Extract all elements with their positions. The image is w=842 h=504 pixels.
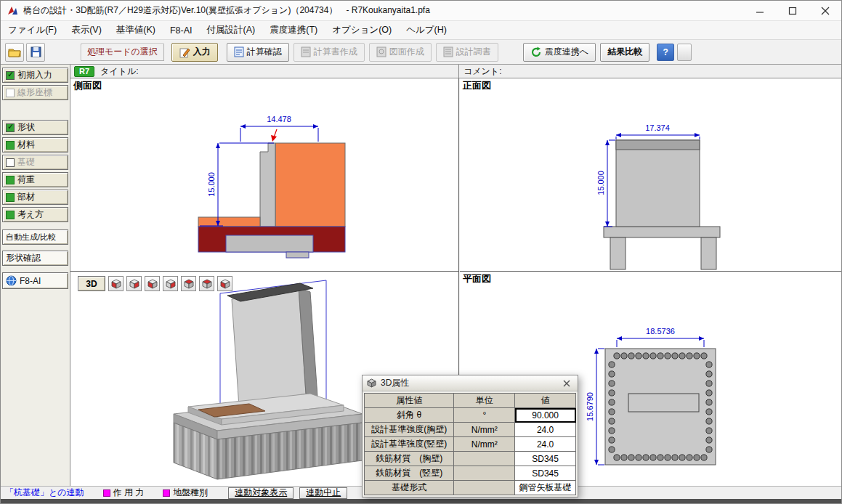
result-compare-button[interactable]: 結果比較 (600, 43, 649, 62)
auto-generate-button[interactable]: 自動生成/比較 (2, 229, 68, 245)
menu-seismic-link[interactable]: 震度連携(T) (262, 22, 325, 38)
calc-confirm-button[interactable]: 計算確認 (227, 43, 289, 62)
window-title: 橋台の設計・3D配筋(R7／H29道示対応)Ver.10(翼壁拡張オプション)（… (23, 4, 430, 17)
col-header-unit: 単位 (454, 394, 515, 408)
view-cube-button-5[interactable] (181, 276, 196, 291)
attr-unit: N/mm² (454, 437, 515, 452)
cube-icon (201, 278, 213, 290)
sidebar-item-load[interactable]: 荷重 (2, 172, 68, 187)
dialog-titlebar[interactable]: 3D属性 (363, 375, 578, 391)
sidebar-item-shape[interactable]: 形状 (2, 120, 68, 135)
close-button[interactable] (809, 1, 841, 20)
app-icon (7, 5, 18, 17)
attr-name: 斜角 θ (365, 408, 454, 423)
table-row: 斜角 θ ° 90.000 (365, 408, 576, 423)
r7-badge: R7 (74, 66, 94, 77)
attr-value-cell[interactable]: 90.000 (515, 408, 576, 423)
menu-f8ai[interactable]: F8-AI (163, 23, 200, 38)
input-mode-label: 入力 (193, 46, 211, 58)
attr-value-cell[interactable]: SD345 (515, 452, 576, 466)
side-view-drawing: 14.478 15.000 (70, 78, 459, 272)
calc-doc-icon (234, 46, 244, 57)
titlebar: 橋台の設計・3D配筋(R7／H29道示対応)Ver.10(翼壁拡張オプション)（… (1, 1, 841, 21)
menu-view[interactable]: 表示(V) (64, 22, 109, 38)
view-cube-button-7[interactable] (217, 276, 232, 291)
table-row: 鉄筋材質 (胸壁) SD345 (365, 452, 576, 466)
checkbox-done-icon (6, 176, 15, 184)
menu-attached-design[interactable]: 付属設計(A) (200, 22, 263, 38)
side-view-panel: 側面図 14.478 15.000 (70, 78, 459, 272)
cube-icon (183, 278, 195, 290)
sidebar-item-initial-input[interactable]: 初期入力 (2, 68, 68, 83)
window-bottom-edge (1, 499, 841, 503)
menu-options[interactable]: オプション(O) (325, 22, 399, 38)
calc-report-label: 計算書作成 (314, 46, 357, 58)
cube-icon (165, 278, 177, 290)
checkbox-checked-icon (6, 123, 15, 132)
view-cube-button-3[interactable] (145, 276, 160, 291)
drawing-icon (376, 46, 386, 57)
attr-unit: N/mm² (454, 423, 515, 437)
extra-tool-button[interactable] (677, 44, 692, 61)
magenta-square-icon (163, 489, 170, 497)
view-cube-button-1[interactable] (108, 276, 124, 291)
menu-file[interactable]: ファイル(F) (1, 22, 64, 38)
ground-type-legend: 地盤種別 (163, 487, 208, 499)
view-3d-button[interactable]: 3D (78, 276, 105, 291)
attr-value-cell[interactable]: 24.0 (515, 423, 576, 437)
col-header-value: 値 (515, 394, 576, 408)
menu-help[interactable]: ヘルプ(H) (399, 22, 454, 38)
plan-view-label: 平面図 (463, 272, 491, 285)
action-force-legend: 作 用 力 (103, 487, 145, 499)
view-cube-button-4[interactable] (163, 276, 178, 291)
dialog-close-icon[interactable] (560, 377, 573, 390)
menu-standards[interactable]: 基準値(K) (109, 22, 163, 38)
svg-text:15.000: 15.000 (596, 171, 605, 195)
pile-foundation-link-label: 「杭基礎」との連動 (5, 487, 84, 499)
design-doc-icon (443, 46, 453, 57)
attr-name: 設計基準強度(竪壁) (365, 437, 454, 452)
report-icon (301, 46, 311, 57)
sidebar-item-approach[interactable]: 考え方 (2, 207, 68, 222)
three-d-toolbar: 3D (78, 276, 232, 291)
attr-unit: ° (454, 408, 515, 423)
attr-unit (454, 481, 515, 495)
seismic-link-label: 震度連携へ (545, 46, 588, 58)
attr-value-cell[interactable]: SD345 (515, 466, 576, 481)
attr-name: 設計基準強度(胸壁) (365, 423, 454, 437)
cube-icon (367, 378, 376, 388)
table-header-row: 属性値 単位 値 (365, 394, 576, 408)
header-row: R7 タイトル: コメント: (70, 65, 841, 78)
svg-text:15.6790: 15.6790 (586, 392, 594, 421)
save-file-button[interactable] (26, 43, 45, 62)
link-target-display-button[interactable]: 連動対象表示 (228, 487, 294, 499)
comment-field-label: コメント: (463, 65, 501, 78)
input-mode-button[interactable]: 入力 (171, 43, 218, 62)
link-cancel-button[interactable]: 連動中止 (299, 487, 347, 499)
checkbox-checked-icon (6, 71, 15, 80)
sidebar-item-member[interactable]: 部材 (2, 190, 68, 205)
attr-value-cell[interactable]: 24.0 (515, 437, 576, 452)
table-row: 設計基準強度(竪壁) N/mm² 24.0 (365, 437, 576, 452)
sidebar-item-alignment: 線形座標 (2, 85, 68, 100)
attr-name: 鉄筋材質 (胸壁) (365, 452, 454, 466)
pencil-icon (179, 46, 190, 58)
svg-text:18.5736: 18.5736 (646, 327, 675, 336)
open-file-button[interactable] (5, 43, 24, 62)
help-button[interactable]: ? (657, 44, 674, 61)
maximize-button[interactable] (776, 1, 809, 20)
view-cube-button-6[interactable] (199, 276, 214, 291)
f8ai-button[interactable]: F8-AI (2, 272, 68, 289)
sidebar-item-foundation: 基礎 (2, 155, 68, 170)
shape-check-button[interactable]: 形状確認 (2, 251, 68, 266)
minimize-button[interactable] (743, 1, 776, 20)
front-view-panel: 正面図 17.374 15.000 (460, 78, 842, 272)
front-view-drawing: 17.374 15.000 (460, 78, 842, 272)
seismic-link-button[interactable]: 震度連携へ (523, 43, 596, 62)
svg-text:17.374: 17.374 (645, 123, 670, 132)
sidebar-item-material[interactable]: 材料 (2, 137, 68, 153)
checkbox-done-icon (6, 193, 15, 202)
view-cube-button-2[interactable] (126, 276, 142, 291)
attr-value-cell[interactable]: 鋼管矢板基礎 (515, 481, 576, 495)
folder-icon (8, 46, 21, 57)
